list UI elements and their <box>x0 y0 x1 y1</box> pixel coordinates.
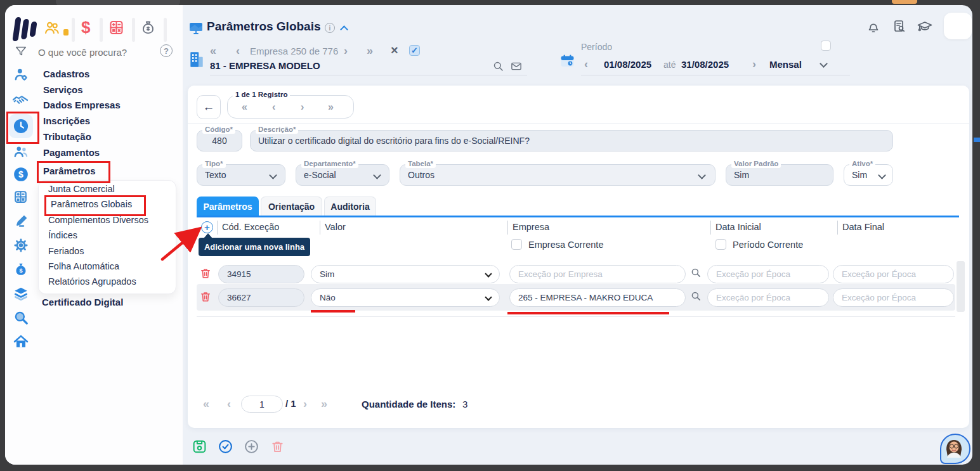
company-clear-button[interactable]: × <box>391 43 398 58</box>
periodo-corrente-checkbox[interactable] <box>715 239 726 250</box>
empresa-corrente-checkbox[interactable] <box>511 239 522 250</box>
page-prev-button[interactable]: ‹ <box>227 398 231 410</box>
tab-parametros[interactable]: Parâmetros <box>197 197 259 216</box>
row-empresa-input[interactable] <box>509 265 686 283</box>
pen-icon[interactable] <box>14 213 29 228</box>
tabs-underline <box>197 216 959 217</box>
row-delete-icon[interactable] <box>199 290 212 303</box>
clock-icon-highlight[interactable] <box>9 114 33 138</box>
graduation-cap-icon[interactable] <box>916 19 934 34</box>
calculator-icon[interactable] <box>13 189 29 205</box>
assistant-avatar[interactable] <box>940 434 970 464</box>
page-next-button[interactable]: › <box>303 398 307 410</box>
sidebar-item-dados-empresas[interactable]: Dados Empresas <box>43 100 121 110</box>
delete-button[interactable] <box>270 439 285 454</box>
row-data-final-input[interactable] <box>833 288 954 307</box>
row-valor-select[interactable]: Não <box>311 288 500 307</box>
record-next-button[interactable]: › <box>301 102 304 112</box>
chrome-orange-strip <box>892 0 917 4</box>
company-prev-button[interactable]: ‹ <box>236 45 240 56</box>
back-button[interactable]: ← <box>197 95 221 119</box>
home-icon[interactable] <box>13 333 29 350</box>
company-search-icon[interactable] <box>492 60 504 72</box>
yellow-marker <box>63 29 69 35</box>
notifications-bell-icon[interactable] <box>866 19 881 34</box>
add-button[interactable] <box>244 439 259 455</box>
filter-funnel-icon[interactable] <box>14 44 28 58</box>
search-input[interactable] <box>37 44 154 60</box>
row-cod-excecao-input[interactable] <box>218 265 304 283</box>
submenu-relatorios-agrupados[interactable]: Relatórios Agrupados <box>48 276 136 287</box>
calculator-module-icon[interactable] <box>108 19 125 36</box>
period-end-date[interactable]: 31/08/2025 <box>681 59 729 70</box>
gear-icon[interactable] <box>13 237 29 254</box>
column-header-data-inicial: Data Inicial <box>715 222 761 232</box>
row-data-inicial-input[interactable] <box>707 265 829 283</box>
help-icon[interactable]: ? <box>160 44 173 57</box>
row-delete-icon[interactable] <box>199 267 212 280</box>
period-mode-select[interactable]: Mensal <box>769 59 802 70</box>
document-search-icon[interactable] <box>892 19 907 34</box>
page-number-input[interactable]: 1 <box>241 396 283 413</box>
row-empresa-input[interactable] <box>509 288 686 307</box>
magnifier-icon[interactable] <box>13 309 29 326</box>
row-data-inicial-input[interactable] <box>707 288 829 307</box>
company-next-button[interactable]: › <box>344 45 348 56</box>
submenu-junta-comercial[interactable]: Junta Comercial <box>48 184 115 194</box>
tabela-value: Outros <box>408 165 700 185</box>
handshake-icon[interactable] <box>11 91 29 109</box>
record-prev-button[interactable]: ‹ <box>272 102 275 112</box>
sidebar-item-certificado-digital[interactable]: Certificado Digital <box>42 297 123 307</box>
submenu-folha-automatica[interactable]: Folha Automática <box>48 261 119 271</box>
tab-auditoria[interactable]: Auditoria <box>324 197 376 216</box>
period-next-button[interactable]: › <box>752 58 756 70</box>
person-settings-icon[interactable] <box>13 66 29 82</box>
layers-icon[interactable] <box>13 285 29 302</box>
page-last-button[interactable]: » <box>321 398 327 410</box>
submenu-indices[interactable]: Índices <box>48 230 77 240</box>
sidebar-item-inscricoes[interactable]: Inscrições <box>43 115 90 126</box>
row-valor-select[interactable]: Sim <box>311 265 500 283</box>
sidebar-item-parametros[interactable]: Parâmetros <box>43 165 96 176</box>
submenu-complementos-diversos[interactable]: Complementos Diversos <box>48 215 148 225</box>
submenu-feriados[interactable]: Feriados <box>48 246 84 256</box>
company-last-button[interactable]: » <box>367 45 373 56</box>
app-logo[interactable] <box>14 16 39 42</box>
team-icon[interactable] <box>13 143 29 160</box>
people-module-icon[interactable] <box>43 19 61 37</box>
row-empresa-search-icon[interactable] <box>690 267 702 278</box>
tab-orientacao[interactable]: Orientação <box>261 197 322 216</box>
tab-orientacao-label: Orientação <box>268 202 315 212</box>
dollar-module-icon[interactable]: $ <box>81 18 90 37</box>
row-empresa-search-icon[interactable] <box>690 290 702 302</box>
sidebar-item-servicos[interactable]: Serviços <box>43 84 83 95</box>
dollar-circle-icon[interactable]: $ <box>13 166 29 183</box>
departamento-select[interactable]: Departamento* e-Social <box>296 164 389 186</box>
info-icon[interactable]: i <box>325 23 335 33</box>
moneybag-module-icon[interactable] <box>140 19 157 36</box>
record-last-button[interactable]: » <box>328 102 334 112</box>
user-avatar-placeholder[interactable] <box>944 13 972 39</box>
page-first-button[interactable]: « <box>203 398 209 410</box>
period-filter-checkbox[interactable] <box>821 41 831 51</box>
submenu-parametros-globais[interactable]: Parâmetros Globais <box>51 199 132 209</box>
company-mail-icon[interactable] <box>510 60 523 72</box>
row-cod-excecao-input[interactable] <box>218 288 304 307</box>
sidebar-item-tributacao[interactable]: Tributação <box>43 131 91 142</box>
confirm-button[interactable] <box>218 439 233 455</box>
period-start-date[interactable]: 01/08/2025 <box>604 59 651 70</box>
sidebar-item-cadastros[interactable]: Cadastros <box>43 68 89 79</box>
table-scrollbar[interactable] <box>957 261 965 312</box>
company-filter-checkbox[interactable]: ✓ <box>409 45 420 56</box>
ativo-select[interactable]: Ativo* Sim <box>844 164 893 186</box>
period-prev-button[interactable]: ‹ <box>584 58 588 70</box>
moneybag-icon[interactable]: $ <box>13 261 29 278</box>
icon-separator <box>100 18 103 42</box>
save-button[interactable] <box>192 439 207 455</box>
company-first-button[interactable]: « <box>210 45 216 56</box>
tipo-select[interactable]: Tipo* Texto <box>197 164 285 186</box>
sidebar-item-pagamentos[interactable]: Pagamentos <box>43 147 100 158</box>
row-data-final-input[interactable] <box>833 265 954 283</box>
record-first-button[interactable]: « <box>242 102 247 112</box>
tabela-select[interactable]: Tabela* Outros <box>400 164 715 186</box>
